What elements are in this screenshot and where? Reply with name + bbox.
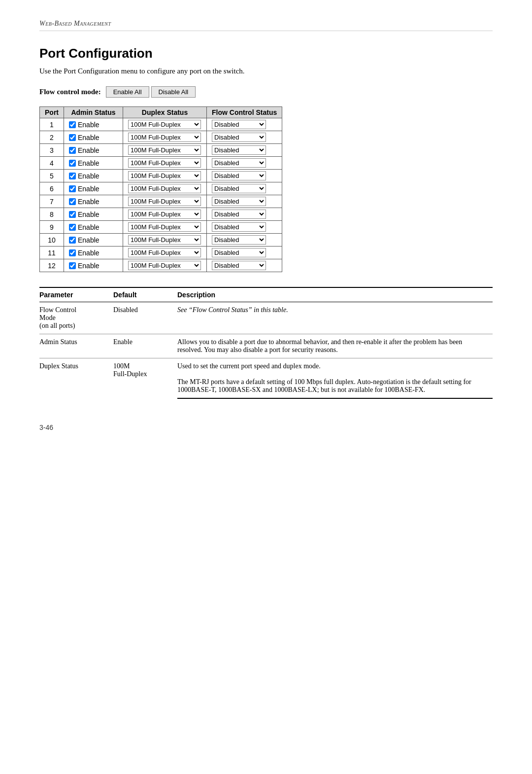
flow-control-mode-row: Flow control mode: Enable All Disable Al… bbox=[39, 86, 493, 98]
duplex-select[interactable]: 100M Full-Duplex100M Half-Duplex10M Full… bbox=[128, 145, 201, 155]
admin-status-cell[interactable]: Enable bbox=[64, 259, 123, 272]
table-row: 3Enable100M Full-Duplex100M Half-Duplex1… bbox=[40, 144, 282, 157]
flow-control-cell[interactable]: DisabledEnabled bbox=[207, 170, 282, 182]
duplex-select[interactable]: 100M Full-Duplex100M Half-Duplex10M Full… bbox=[128, 120, 201, 129]
admin-status-label: Enable bbox=[78, 249, 100, 257]
flow-control-select[interactable]: DisabledEnabled bbox=[212, 210, 266, 219]
flow-control-select[interactable]: DisabledEnabled bbox=[212, 120, 266, 129]
flow-control-label: Flow control mode: bbox=[39, 88, 101, 96]
admin-status-checkbox[interactable] bbox=[69, 262, 76, 269]
admin-status-checkbox[interactable] bbox=[69, 134, 76, 141]
flow-control-cell[interactable]: DisabledEnabled bbox=[207, 182, 282, 195]
flow-control-select[interactable]: DisabledEnabled bbox=[212, 184, 266, 193]
admin-status-cell[interactable]: Enable bbox=[64, 144, 123, 157]
duplex-select[interactable]: 100M Full-Duplex100M Half-Duplex10M Full… bbox=[128, 133, 201, 142]
admin-status-cell[interactable]: Enable bbox=[64, 221, 123, 234]
page-title: Port Configuration bbox=[39, 46, 493, 61]
admin-status-checkbox[interactable] bbox=[69, 173, 76, 179]
param-desc-2: The MT-RJ ports have a default setting o… bbox=[177, 374, 493, 398]
duplex-status-cell[interactable]: 100M Full-Duplex100M Half-Duplex10M Full… bbox=[123, 221, 207, 234]
admin-status-cell[interactable]: Enable bbox=[64, 131, 123, 144]
duplex-status-cell[interactable]: 100M Full-Duplex100M Half-Duplex10M Full… bbox=[123, 208, 207, 221]
duplex-select[interactable]: 100M Full-Duplex100M Half-Duplex10M Full… bbox=[128, 222, 201, 232]
admin-status-label: Enable bbox=[78, 236, 100, 244]
flow-control-cell[interactable]: DisabledEnabled bbox=[207, 144, 282, 157]
admin-status-checkbox[interactable] bbox=[69, 237, 76, 244]
param-name: Flow Control Mode (on all ports) bbox=[39, 302, 113, 334]
flow-control-select[interactable]: DisabledEnabled bbox=[212, 197, 266, 206]
flow-control-select[interactable]: DisabledEnabled bbox=[212, 145, 266, 155]
duplex-select[interactable]: 100M Full-Duplex100M Half-Duplex10M Full… bbox=[128, 261, 201, 270]
flow-control-cell[interactable]: DisabledEnabled bbox=[207, 259, 282, 272]
admin-status-cell[interactable]: Enable bbox=[64, 246, 123, 259]
duplex-select[interactable]: 100M Full-Duplex100M Half-Duplex10M Full… bbox=[128, 235, 201, 245]
admin-status-checkbox[interactable] bbox=[69, 211, 76, 218]
admin-status-checkbox[interactable] bbox=[69, 185, 76, 192]
duplex-select[interactable]: 100M Full-Duplex100M Half-Duplex10M Full… bbox=[128, 197, 201, 206]
admin-status-checkbox[interactable] bbox=[69, 160, 76, 167]
flow-control-select[interactable]: DisabledEnabled bbox=[212, 248, 266, 257]
admin-status-cell[interactable]: Enable bbox=[64, 195, 123, 208]
admin-status-label: Enable bbox=[78, 185, 100, 193]
admin-status-checkbox[interactable] bbox=[69, 147, 76, 154]
duplex-select[interactable]: 100M Full-Duplex100M Half-Duplex10M Full… bbox=[128, 171, 201, 180]
admin-status-label: Enable bbox=[78, 172, 100, 180]
flow-control-cell[interactable]: DisabledEnabled bbox=[207, 246, 282, 259]
admin-status-checkbox[interactable] bbox=[69, 224, 76, 231]
flow-control-cell[interactable]: DisabledEnabled bbox=[207, 234, 282, 246]
param-desc: See “Flow Control Status” in this table. bbox=[177, 302, 493, 334]
flow-control-cell[interactable]: DisabledEnabled bbox=[207, 131, 282, 144]
page-footer: 3-46 bbox=[39, 423, 493, 431]
flow-control-select[interactable]: DisabledEnabled bbox=[212, 222, 266, 232]
duplex-select[interactable]: 100M Full-Duplex100M Half-Duplex10M Full… bbox=[128, 158, 201, 168]
duplex-status-cell[interactable]: 100M Full-Duplex100M Half-Duplex10M Full… bbox=[123, 195, 207, 208]
admin-status-cell[interactable]: Enable bbox=[64, 208, 123, 221]
admin-status-cell[interactable]: Enable bbox=[64, 182, 123, 195]
port-number: 2 bbox=[40, 131, 64, 144]
duplex-status-cell[interactable]: 100M Full-Duplex100M Half-Duplex10M Full… bbox=[123, 234, 207, 246]
admin-status-checkbox[interactable] bbox=[69, 249, 76, 256]
port-number: 6 bbox=[40, 182, 64, 195]
duplex-status-cell[interactable]: 100M Full-Duplex100M Half-Duplex10M Full… bbox=[123, 170, 207, 182]
duplex-status-cell[interactable]: 100M Full-Duplex100M Half-Duplex10M Full… bbox=[123, 157, 207, 170]
col-flow-control-status: Flow Control Status bbox=[207, 107, 282, 118]
duplex-select[interactable]: 100M Full-Duplex100M Half-Duplex10M Full… bbox=[128, 210, 201, 219]
port-config-table: Port Admin Status Duplex Status Flow Con… bbox=[39, 106, 282, 272]
flow-control-cell[interactable]: DisabledEnabled bbox=[207, 157, 282, 170]
flow-control-select[interactable]: DisabledEnabled bbox=[212, 235, 266, 245]
enable-all-button[interactable]: Enable All bbox=[106, 86, 149, 98]
col-admin-status: Admin Status bbox=[64, 107, 123, 118]
duplex-status-cell[interactable]: 100M Full-Duplex100M Half-Duplex10M Full… bbox=[123, 246, 207, 259]
admin-status-checkbox[interactable] bbox=[69, 198, 76, 205]
duplex-status-cell[interactable]: 100M Full-Duplex100M Half-Duplex10M Full… bbox=[123, 259, 207, 272]
port-number: 9 bbox=[40, 221, 64, 234]
port-number: 12 bbox=[40, 259, 64, 272]
duplex-select[interactable]: 100M Full-Duplex100M Half-Duplex10M Full… bbox=[128, 184, 201, 193]
desc-col-header: Description bbox=[177, 287, 493, 302]
flow-control-select[interactable]: DisabledEnabled bbox=[212, 171, 266, 180]
param-row: Admin StatusEnableAllows you to disable … bbox=[39, 334, 493, 358]
duplex-status-cell[interactable]: 100M Full-Duplex100M Half-Duplex10M Full… bbox=[123, 144, 207, 157]
admin-status-label: Enable bbox=[78, 211, 100, 218]
flow-control-cell[interactable]: DisabledEnabled bbox=[207, 221, 282, 234]
admin-status-label: Enable bbox=[78, 121, 100, 129]
admin-status-cell[interactable]: Enable bbox=[64, 170, 123, 182]
flow-control-cell[interactable]: DisabledEnabled bbox=[207, 208, 282, 221]
duplex-select[interactable]: 100M Full-Duplex100M Half-Duplex10M Full… bbox=[128, 248, 201, 257]
flow-control-cell[interactable]: DisabledEnabled bbox=[207, 118, 282, 131]
duplex-status-cell[interactable]: 100M Full-Duplex100M Half-Duplex10M Full… bbox=[123, 182, 207, 195]
admin-status-cell[interactable]: Enable bbox=[64, 157, 123, 170]
table-row: 1Enable100M Full-Duplex100M Half-Duplex1… bbox=[40, 118, 282, 131]
flow-control-select[interactable]: DisabledEnabled bbox=[212, 133, 266, 142]
admin-status-checkbox[interactable] bbox=[69, 121, 76, 128]
duplex-status-cell[interactable]: 100M Full-Duplex100M Half-Duplex10M Full… bbox=[123, 118, 207, 131]
port-number: 8 bbox=[40, 208, 64, 221]
admin-status-cell[interactable]: Enable bbox=[64, 118, 123, 131]
flow-control-select[interactable]: DisabledEnabled bbox=[212, 158, 266, 168]
duplex-status-cell[interactable]: 100M Full-Duplex100M Half-Duplex10M Full… bbox=[123, 131, 207, 144]
flow-control-cell[interactable]: DisabledEnabled bbox=[207, 195, 282, 208]
flow-control-select[interactable]: DisabledEnabled bbox=[212, 261, 266, 270]
admin-status-cell[interactable]: Enable bbox=[64, 234, 123, 246]
disable-all-button[interactable]: Disable All bbox=[151, 86, 196, 98]
port-number: 3 bbox=[40, 144, 64, 157]
